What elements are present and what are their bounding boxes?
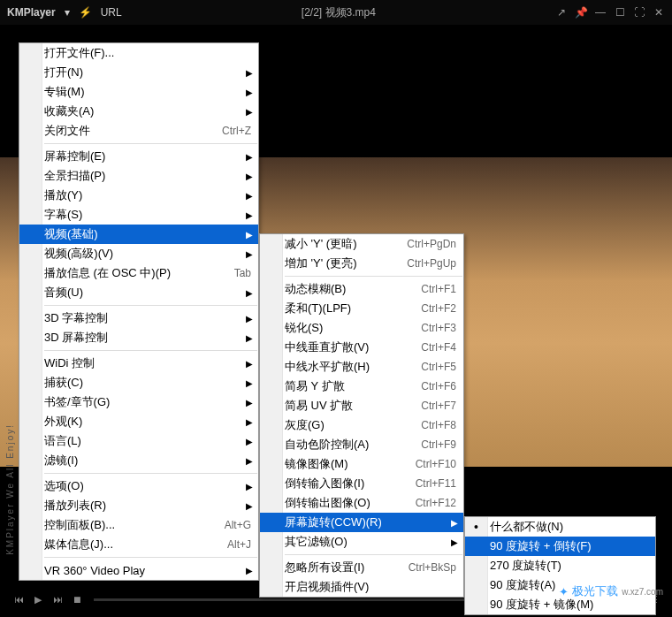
menu-item-label: 收藏夹(A) (44, 103, 94, 119)
close-icon[interactable]: ✕ (653, 6, 665, 19)
submenu-arrow-icon: ▶ (246, 417, 253, 427)
menu-item[interactable]: 屏幕旋转(CCW)(R)▶ (260, 513, 463, 532)
title-file: [2/2] 视频3.mp4 (122, 5, 555, 20)
menu-item[interactable]: 其它滤镜(O)▶ (260, 532, 463, 552)
submenu-arrow-icon: ▶ (451, 537, 458, 547)
menu-item[interactable]: 播放列表(R)▶ (19, 496, 258, 515)
menu-item[interactable]: 简易 UV 扩散Ctrl+F7 (260, 396, 463, 415)
menu-item-label: 控制面板(B)... (44, 517, 115, 533)
submenu-arrow-icon: ▶ (246, 288, 253, 298)
menu-item[interactable]: WiDi 控制▶ (19, 354, 258, 373)
app-logo: KMPlayer (7, 6, 56, 19)
menu-item[interactable]: 屏幕控制(E)▶ (19, 147, 258, 166)
menu-item-label: 3D 屏幕控制 (44, 330, 108, 346)
ontop-icon[interactable]: ↗ (555, 6, 568, 19)
menu-item[interactable]: 90 度旋转(A) (465, 575, 655, 595)
menu-item[interactable]: 中线垂直扩散(V)Ctrl+F4 (260, 338, 463, 357)
submenu-arrow-icon: ▶ (246, 210, 253, 220)
submenu-arrow-icon: ▶ (246, 88, 253, 97)
menu-shortcut: Alt+G (207, 519, 251, 531)
menu-item[interactable]: 控制面板(B)...Alt+G (19, 515, 258, 535)
menu-item[interactable]: 开启视频插件(V) (260, 577, 463, 597)
submenu-arrow-icon: ▶ (246, 249, 253, 259)
menu-item[interactable]: 选项(O)▶ (19, 476, 258, 496)
menu-item[interactable]: 外观(K)▶ (19, 412, 258, 431)
menu-item[interactable]: 收藏夹(A)▶ (19, 102, 258, 121)
menu-item[interactable]: 视频(基础)▶ (19, 225, 258, 244)
menu-item[interactable]: 270 度旋转(T) (465, 556, 655, 575)
maximize-icon[interactable]: ☐ (614, 6, 626, 19)
menu-item[interactable]: 动态模糊(B)Ctrl+F1 (260, 279, 463, 299)
menu-item-label: 什么都不做(N) (490, 519, 563, 535)
menu-item-label: VR 360° Video Play (44, 564, 145, 577)
menu-item[interactable]: 倒转输出图像(O)Ctrl+F12 (260, 493, 463, 513)
menu-shortcut: Ctrl+PgDn (389, 238, 456, 250)
menu-shortcut: Ctrl+F9 (403, 438, 456, 451)
menu-item[interactable]: 镜像图像(M)Ctrl+F10 (260, 454, 463, 474)
pin-icon[interactable]: 📌 (575, 6, 587, 19)
submenu-arrow-icon: ▶ (246, 566, 253, 575)
menu-item[interactable]: 90 度旋转 + 倒转(F) (465, 537, 655, 556)
menu-item[interactable]: 打开文件(F)... (19, 43, 258, 63)
menu-item[interactable]: 捕获(C)▶ (19, 373, 258, 392)
menu-item[interactable]: 增加 'Y' (更亮)Ctrl+PgUp (260, 254, 463, 273)
menu-shortcut: Ctrl+PgUp (389, 257, 456, 270)
menu-item-label: 其它滤镜(O) (285, 534, 347, 550)
menu-item-label: 媒体信息(J)... (44, 537, 113, 552)
menu-item-label: 捕获(C) (44, 375, 83, 391)
menu-item[interactable]: 打开(N)▶ (19, 63, 258, 82)
menu-item[interactable]: 滤镜(I)▶ (19, 451, 258, 470)
titlebar-dropdown-icon[interactable]: ▾ (65, 6, 70, 19)
menu-item[interactable]: 自动色阶控制(A)Ctrl+F9 (260, 435, 463, 454)
menu-item[interactable]: 播放信息 (在 OSC 中)(P)Tab (19, 263, 258, 283)
submenu-arrow-icon: ▶ (246, 191, 253, 201)
menu-item[interactable]: 3D 屏幕控制▶ (19, 328, 258, 347)
menu-item-label: 屏幕旋转(CCW)(R) (285, 514, 382, 530)
menu-item[interactable]: 语言(L)▶ (19, 431, 258, 451)
menu-separator (44, 557, 257, 558)
menu-item-label: 中线水平扩散(H) (285, 359, 370, 375)
play-button[interactable]: ▶ (28, 594, 48, 606)
menu-shortcut: Ctrl+F2 (403, 302, 456, 315)
context-menu-screen-rotate: •什么都不做(N)90 度旋转 + 倒转(F)270 度旋转(T)90 度旋转(… (464, 516, 656, 615)
menu-item-label: 倒转输入图像(I) (285, 476, 364, 491)
menu-item-label: 90 度旋转(A) (490, 577, 555, 593)
menu-item[interactable]: 视频(高级)(V)▶ (19, 244, 258, 263)
next-button[interactable]: ⏭ (48, 594, 67, 605)
menu-item[interactable]: 灰度(G)Ctrl+F8 (260, 415, 463, 435)
menu-item[interactable]: 媒体信息(J)...Alt+J (19, 535, 258, 554)
stop-button[interactable]: ⏹ (67, 594, 87, 605)
submenu-arrow-icon: ▶ (246, 359, 253, 369)
minimize-icon[interactable]: — (594, 6, 607, 19)
url-label[interactable]: URL (101, 6, 122, 19)
submenu-arrow-icon: ▶ (246, 378, 253, 388)
menu-item[interactable]: 书签/章节(G)▶ (19, 392, 258, 412)
menu-item[interactable]: 专辑(M)▶ (19, 82, 258, 102)
menu-item[interactable]: 倒转输入图像(I)Ctrl+F11 (260, 474, 463, 493)
menu-item[interactable]: 字幕(S)▶ (19, 205, 258, 225)
menu-item-label: 全景扫描(P) (44, 168, 105, 184)
menu-item[interactable]: 减小 'Y' (更暗)Ctrl+PgDn (260, 234, 463, 254)
bolt-icon[interactable]: ⚡ (79, 6, 92, 19)
menu-item[interactable]: VR 360° Video Play▶ (19, 560, 258, 580)
radio-bullet-icon: • (474, 521, 478, 533)
fullscreen-icon[interactable]: ⛶ (633, 6, 645, 19)
prev-button[interactable]: ⏮ (9, 594, 28, 605)
menu-item[interactable]: 音频(U)▶ (19, 283, 258, 302)
menu-item[interactable]: 90 度旋转 + 镜像(M) (465, 595, 655, 614)
menu-item[interactable]: 中线水平扩散(H)Ctrl+F5 (260, 357, 463, 377)
menu-item[interactable]: •什么都不做(N) (465, 517, 655, 537)
menu-item-label: 忽略所有设置(I) (285, 560, 364, 575)
menu-item-label: 简易 UV 扩散 (285, 398, 353, 414)
menu-item[interactable]: 关闭文件Ctrl+Z (19, 121, 258, 141)
menu-item[interactable]: 播放(Y)▶ (19, 186, 258, 205)
menu-item[interactable]: 3D 字幕控制▶ (19, 308, 258, 328)
menu-shortcut: Ctrl+F5 (403, 361, 456, 373)
menu-shortcut: Ctrl+F4 (403, 341, 456, 354)
menu-item[interactable]: 忽略所有设置(I)Ctrl+BkSp (260, 558, 463, 577)
titlebar: KMPlayer ▾ ⚡ URL [2/2] 视频3.mp4 ↗ 📌 — ☐ ⛶… (0, 0, 672, 25)
menu-item[interactable]: 锐化(S)Ctrl+F3 (260, 318, 463, 338)
menu-item[interactable]: 柔和(T)(LPF)Ctrl+F2 (260, 299, 463, 318)
menu-item[interactable]: 简易 Y 扩散Ctrl+F6 (260, 377, 463, 396)
menu-item[interactable]: 全景扫描(P)▶ (19, 166, 258, 186)
